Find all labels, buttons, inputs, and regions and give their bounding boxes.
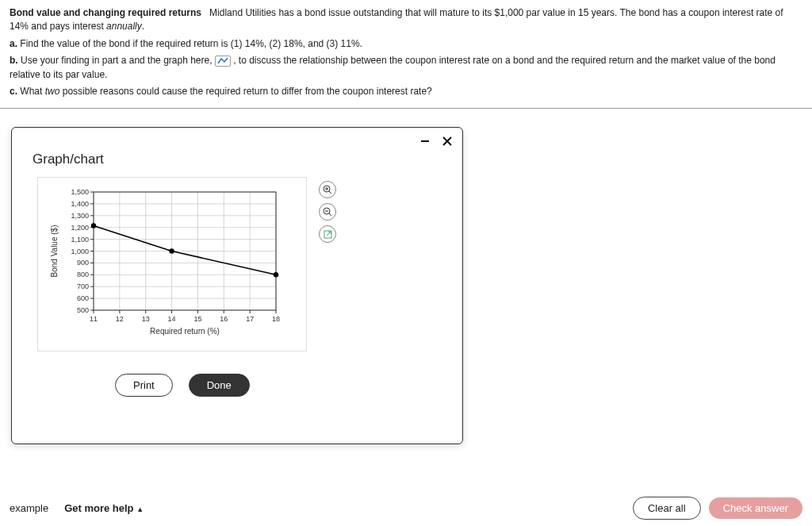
problem-intro-em: annually bbox=[106, 21, 142, 32]
svg-text:500: 500 bbox=[77, 306, 89, 314]
example-link[interactable]: example bbox=[10, 502, 48, 514]
svg-line-8 bbox=[329, 213, 331, 216]
chart-plot: 11121314151617185006007008009001,0001,10… bbox=[46, 186, 284, 340]
part-a-text: Find the value of the bond if the requir… bbox=[20, 38, 362, 49]
get-more-help-link[interactable]: Get more help ▲ bbox=[64, 502, 144, 514]
svg-text:1,400: 1,400 bbox=[71, 200, 89, 208]
part-c-text-2: possible reasons could cause the require… bbox=[59, 86, 431, 97]
svg-text:1,500: 1,500 bbox=[71, 188, 89, 196]
caret-up-icon: ▲ bbox=[136, 505, 144, 513]
svg-line-11 bbox=[327, 232, 331, 236]
svg-point-72 bbox=[91, 223, 96, 228]
problem-title: Bond value and changing required returns bbox=[10, 7, 201, 18]
problem-statement: Bond value and changing required returns… bbox=[0, 0, 812, 105]
print-button[interactable]: Print bbox=[115, 374, 173, 397]
part-c-text-1: What bbox=[20, 86, 44, 97]
done-button[interactable]: Done bbox=[189, 374, 250, 397]
svg-text:600: 600 bbox=[77, 294, 89, 302]
part-c-label: c. bbox=[10, 86, 17, 97]
svg-text:17: 17 bbox=[246, 315, 254, 323]
clear-all-button[interactable]: Clear all bbox=[633, 497, 701, 520]
part-a-label: a. bbox=[10, 38, 17, 49]
part-c-em: two bbox=[45, 86, 60, 97]
svg-text:Bond Value ($): Bond Value ($) bbox=[50, 225, 59, 278]
svg-text:1,200: 1,200 bbox=[71, 224, 89, 232]
chart-tools bbox=[319, 181, 336, 243]
svg-text:12: 12 bbox=[116, 315, 124, 323]
svg-text:800: 800 bbox=[77, 271, 89, 278]
svg-text:1,000: 1,000 bbox=[71, 248, 89, 255]
svg-text:15: 15 bbox=[193, 315, 201, 323]
svg-text:1,300: 1,300 bbox=[71, 212, 89, 220]
svg-point-73 bbox=[169, 248, 174, 253]
svg-text:11: 11 bbox=[90, 315, 98, 323]
svg-point-74 bbox=[274, 272, 278, 277]
divider bbox=[0, 108, 812, 109]
chart-container: 11121314151617185006007008009001,0001,10… bbox=[37, 177, 307, 351]
svg-line-4 bbox=[329, 191, 331, 194]
modal-buttons: Print Done bbox=[12, 351, 462, 397]
part-b-text-1: Use your finding in part a and the graph… bbox=[21, 55, 215, 66]
footer-bar: example Get more help ▲ Clear all Check … bbox=[0, 497, 812, 520]
svg-text:900: 900 bbox=[77, 259, 89, 267]
svg-text:14: 14 bbox=[168, 315, 176, 323]
minimize-icon[interactable] bbox=[418, 134, 432, 148]
chart-link-icon[interactable] bbox=[215, 56, 231, 67]
modal-header bbox=[12, 128, 462, 148]
graph-modal: Graph/chart 1112131415161718500600700800… bbox=[11, 127, 463, 444]
svg-text:16: 16 bbox=[220, 315, 228, 323]
problem-intro-2: . bbox=[142, 21, 144, 32]
svg-text:18: 18 bbox=[272, 315, 280, 323]
zoom-out-icon[interactable] bbox=[319, 203, 336, 221]
open-new-icon[interactable] bbox=[319, 225, 336, 243]
part-b-label: b. bbox=[10, 55, 18, 66]
modal-title: Graph/chart bbox=[12, 148, 462, 174]
svg-text:1,100: 1,100 bbox=[71, 236, 89, 244]
svg-text:Required return (%): Required return (%) bbox=[150, 327, 220, 336]
zoom-in-icon[interactable] bbox=[319, 181, 336, 198]
svg-text:700: 700 bbox=[77, 282, 89, 290]
close-icon[interactable] bbox=[440, 134, 454, 148]
check-answer-button[interactable]: Check answer bbox=[709, 497, 802, 519]
svg-text:13: 13 bbox=[142, 315, 150, 323]
